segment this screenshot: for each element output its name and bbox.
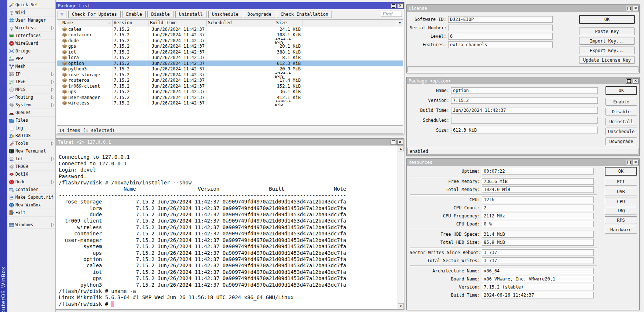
close-button[interactable]: ×: [633, 160, 638, 165]
rps-button[interactable]: RPS: [605, 216, 637, 224]
disable-button[interactable]: Disable: [605, 108, 637, 115]
uninstall-button[interactable]: Uninstall: [605, 118, 637, 125]
cpu-button[interactable]: CPU: [605, 198, 637, 205]
name-input[interactable]: option: [451, 87, 598, 94]
pci-button[interactable]: PCI: [605, 178, 637, 186]
uninstall-button[interactable]: Uninstall: [175, 11, 206, 18]
cpu-frequency-input[interactable]: 2112 MHz: [482, 213, 594, 219]
sidebar-item-ip[interactable]: 255IP: [7, 70, 55, 78]
terminal-area[interactable]: Connecting to 127.0.0.1 Connected to 127…: [56, 146, 403, 309]
ok-button[interactable]: OK: [579, 15, 635, 24]
maximize-button[interactable]: [626, 160, 632, 165]
free-hdd-space-input[interactable]: 31.4 MiB: [482, 231, 594, 238]
column-header-name[interactable]: Name△: [57, 20, 113, 26]
maximize-button[interactable]: [626, 6, 632, 11]
table-row-lora[interactable]: lora7.15.2Jun/26/2024 11:42:378.1 KiB: [57, 55, 403, 61]
sidebar-item-wireguard[interactable]: WireGuard: [7, 40, 55, 47]
total-sector-writes-input[interactable]: 3 737: [482, 257, 594, 264]
cpu-input[interactable]: 12th: [482, 197, 594, 203]
sidebar-item-log[interactable]: Log: [7, 124, 55, 132]
sidebar-item-radius[interactable]: RADIUS: [7, 132, 55, 140]
build-time-input[interactable]: Jun/26/2024 11:42:37: [451, 107, 598, 114]
sidebar-item-mpls[interactable]: MPLS: [7, 86, 55, 93]
free-memory-input[interactable]: 736.6 MiB: [482, 178, 594, 185]
update-license-key-button[interactable]: Update License Key: [579, 56, 635, 64]
table-row-iot[interactable]: iot7.15.2Jun/26/2024 11:42:37388.1 KiB: [57, 49, 403, 55]
serial-number-input[interactable]: [448, 25, 553, 31]
table-row-ups[interactable]: ups7.15.2Jun/26/2024 11:42:3736.1 KiB: [57, 89, 403, 95]
downgrade-button[interactable]: Downgrade: [605, 137, 637, 145]
package-option-titlebar[interactable]: Package <option> ×: [407, 77, 639, 84]
column-header-scheduled[interactable]: Scheduled: [207, 20, 275, 26]
size-input[interactable]: 612.3 KiB: [451, 127, 598, 133]
features-input[interactable]: extra-channels: [448, 41, 553, 48]
export-key-button[interactable]: Export Key...: [579, 47, 635, 54]
disable-button[interactable]: Disable: [147, 11, 173, 18]
usb-button[interactable]: USB: [605, 188, 637, 195]
sidebar-item-new-terminal[interactable]: New Terminal: [7, 147, 55, 155]
unschedule-button[interactable]: Unschedule: [605, 128, 637, 135]
table-row-routeros[interactable]: routeros7.15.2Jun/26/2024 11:42:3717.4 M…: [57, 78, 403, 84]
enable-button[interactable]: Enable: [122, 11, 146, 18]
table-row-python3[interactable]: python37.15.2Jun/26/2024 11:42:3720.9 Mi…: [57, 66, 403, 72]
table-row-tr069-client[interactable]: tr069-client7.15.2Jun/26/2024 11:42:3715…: [57, 83, 403, 89]
close-button[interactable]: ×: [633, 6, 638, 11]
cpu-load-input[interactable]: 0 %: [482, 221, 594, 227]
board-name-input[interactable]: x86 VMware, Inc. VMware20,1: [482, 276, 594, 282]
sidebar-item-interfaces[interactable]: Interfaces: [7, 32, 55, 40]
sidebar-item-dot1x[interactable]: Dot1X: [7, 170, 55, 178]
maximize-button[interactable]: [626, 78, 632, 84]
sidebar-item-queues[interactable]: Queues: [7, 109, 55, 117]
sidebar-item-quick-set[interactable]: Quick Set: [7, 1, 55, 9]
filter-button[interactable]: [58, 11, 66, 18]
telnet-titlebar[interactable]: Telnet <2> 127.0.0.1 ×: [56, 139, 404, 146]
table-row-dude[interactable]: dude7.15.2Jun/26/2024 11:42:371412.1 KiB: [57, 38, 403, 44]
sidebar-item-windows[interactable]: Windows: [7, 221, 55, 229]
scroll-down-button[interactable]: ▼: [398, 303, 404, 309]
find-input[interactable]: [381, 11, 402, 17]
sidebar-item-mesh[interactable]: Mesh: [7, 63, 55, 70]
table-row-container[interactable]: container7.15.2Jun/26/2024 11:42:37108.1…: [57, 32, 403, 38]
check-installation-button[interactable]: Check Installation: [277, 11, 332, 18]
check-for-updates-button[interactable]: Check For Updates: [68, 11, 121, 18]
table-row-calea[interactable]: calea7.15.2Jun/26/2024 11:42:3724.1 KiB: [57, 26, 403, 32]
sidebar-item-wireless[interactable]: Wireless: [7, 24, 55, 32]
sidebar-item-user-manager[interactable]: User Manager: [7, 16, 55, 24]
cpu-count-input[interactable]: 2: [482, 205, 594, 211]
column-dropdown-button[interactable]: ▼: [397, 20, 403, 26]
table-row-gps[interactable]: gps7.15.2Jun/26/2024 11:42:3720.1 KiB: [57, 44, 403, 49]
table-row-option[interactable]: option7.15.2Jun/26/2024 11:42:37612.3 Ki…: [57, 60, 403, 66]
column-header-build-time[interactable]: Build Time: [149, 20, 207, 26]
table-row-wireless[interactable]: wireless7.15.2Jun/26/2024 11:42:371180.1…: [57, 100, 403, 106]
package-list-titlebar[interactable]: Package List ×: [56, 2, 404, 9]
sidebar-item-make-supout-rif[interactable]: Make Supout.rif: [7, 194, 55, 201]
sidebar-item-ipv6[interactable]: v6IPv6: [7, 78, 55, 86]
sidebar-item-tools[interactable]: Tools: [7, 140, 55, 147]
enable-button[interactable]: Enable: [605, 98, 637, 106]
license-titlebar[interactable]: License ×: [407, 5, 639, 12]
sidebar-item-dude[interactable]: Dude: [7, 178, 55, 186]
uptime-input[interactable]: 00:07:22: [482, 168, 594, 175]
version-input[interactable]: 7.15.2: [451, 97, 598, 104]
sector-writes-since-reboot-input[interactable]: 3 737: [482, 249, 594, 256]
sidebar-item-routing[interactable]: Routing: [7, 93, 55, 101]
sidebar-item-iot[interactable]: IoT: [7, 155, 55, 163]
sidebar-item-wifi[interactable]: WiFi: [7, 9, 55, 16]
sidebar-item-ppp[interactable]: PPP: [7, 55, 55, 63]
architecture-name-input[interactable]: x86_64: [482, 268, 594, 274]
level-input[interactable]: 6: [448, 33, 553, 40]
sidebar-item-files[interactable]: Files: [7, 117, 55, 124]
column-header-version[interactable]: Version: [113, 20, 149, 26]
scroll-up-button[interactable]: ▲: [398, 146, 404, 151]
version-input[interactable]: 7.15.2 (stable): [482, 284, 594, 290]
software-id-input[interactable]: DJ21-EIQP: [448, 16, 553, 23]
terminal-scrollbar[interactable]: ▲ ▼: [398, 146, 404, 309]
sidebar-item-exit[interactable]: Exit: [7, 209, 55, 217]
maximize-button[interactable]: [391, 3, 396, 8]
import-key-button[interactable]: Import Key...: [579, 37, 635, 45]
table-row-rose-storage[interactable]: rose-storage7.15.2Jun/26/2024 11:42:3734…: [57, 72, 403, 78]
downgrade-button[interactable]: Downgrade: [244, 11, 275, 18]
sidebar-item-bridge[interactable]: Bridge: [7, 47, 55, 55]
close-button[interactable]: ×: [397, 140, 403, 145]
table-row-user-manager[interactable]: user-manager7.15.2Jun/26/2024 11:42:3741…: [57, 95, 403, 100]
